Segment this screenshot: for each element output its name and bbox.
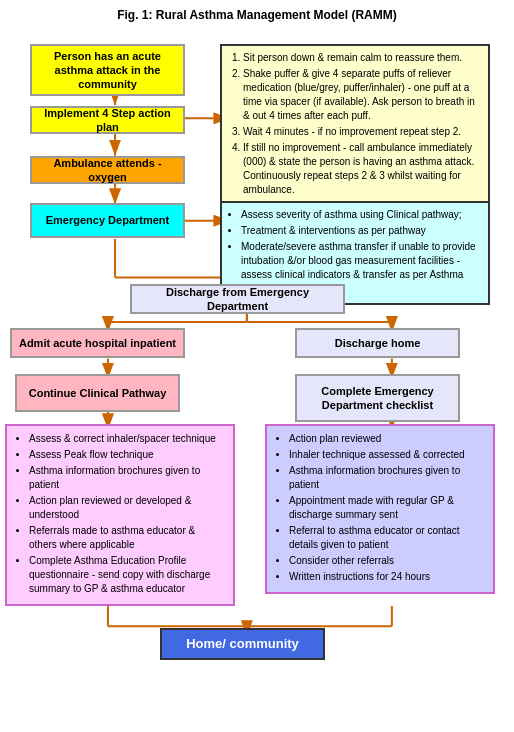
home-community-box: Home/ community — [160, 628, 325, 660]
community-box: Person has an acute asthma attack in the… — [30, 44, 185, 96]
continue-pathway-box: Continue Clinical Pathway — [15, 374, 180, 412]
action-plan-box: Implement 4 Step action plan — [30, 106, 185, 134]
discharge-home-box: Discharge home — [295, 328, 460, 358]
complete-checklist-box: Complete Emergency Department checklist — [295, 374, 460, 422]
ambulance-box: Ambulance attends - oxygen — [30, 156, 185, 184]
discharge-box: Discharge from Emergency Department — [130, 284, 345, 314]
info-box-1: Sit person down & remain calm to reassur… — [220, 44, 490, 206]
right-list-box: Action plan reviewed Inhaler technique a… — [265, 424, 495, 594]
left-list-box: Assess & correct inhaler/spacer techniqu… — [5, 424, 235, 606]
page-title: Fig. 1: Rural Asthma Management Model (R… — [0, 0, 514, 26]
admit-box: Admit acute hospital inpatient — [10, 328, 185, 358]
emergency-dept-box: Emergency Department — [30, 203, 185, 238]
